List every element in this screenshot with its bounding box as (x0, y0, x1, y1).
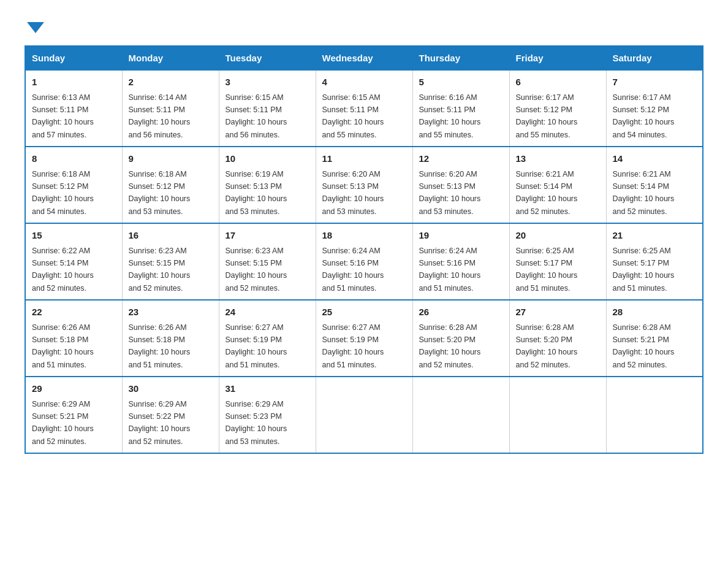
day-number: 8 (32, 152, 116, 166)
day-number: 4 (322, 75, 406, 90)
day-number: 16 (129, 229, 213, 243)
day-info: Sunrise: 6:28 AMSunset: 5:21 PMDaylight:… (613, 323, 675, 369)
calendar-cell (606, 377, 703, 453)
calendar-cell: 17Sunrise: 6:23 AMSunset: 5:15 PMDayligh… (219, 223, 316, 300)
day-info: Sunrise: 6:28 AMSunset: 5:20 PMDaylight:… (419, 323, 481, 369)
calendar-cell: 16Sunrise: 6:23 AMSunset: 5:15 PMDayligh… (122, 223, 219, 300)
calendar-week-row: 29Sunrise: 6:29 AMSunset: 5:21 PMDayligh… (25, 377, 703, 453)
logo-arrow-icon (27, 22, 44, 33)
day-info: Sunrise: 6:22 AMSunset: 5:14 PMDaylight:… (32, 247, 94, 293)
calendar-cell: 3Sunrise: 6:15 AMSunset: 5:11 PMDaylight… (219, 70, 316, 147)
header-monday: Monday (122, 46, 219, 70)
calendar-cell: 9Sunrise: 6:18 AMSunset: 5:12 PMDaylight… (122, 147, 219, 223)
calendar-cell (509, 377, 606, 453)
calendar-cell: 28Sunrise: 6:28 AMSunset: 5:21 PMDayligh… (606, 300, 703, 377)
day-number: 31 (226, 382, 309, 396)
day-number: 1 (32, 75, 116, 90)
calendar-cell: 24Sunrise: 6:27 AMSunset: 5:19 PMDayligh… (219, 300, 316, 377)
day-number: 22 (32, 305, 116, 320)
header-friday: Friday (509, 46, 606, 70)
header-sunday: Sunday (25, 46, 122, 70)
day-number: 12 (419, 152, 503, 166)
day-info: Sunrise: 6:25 AMSunset: 5:17 PMDaylight:… (613, 247, 675, 293)
day-info: Sunrise: 6:29 AMSunset: 5:23 PMDaylight:… (226, 400, 287, 446)
day-number: 13 (516, 152, 600, 166)
calendar-cell (412, 377, 509, 453)
calendar-cell: 8Sunrise: 6:18 AMSunset: 5:12 PMDaylight… (25, 147, 122, 223)
day-number: 20 (516, 229, 600, 243)
day-number: 27 (516, 305, 600, 320)
day-info: Sunrise: 6:24 AMSunset: 5:16 PMDaylight:… (322, 247, 384, 293)
calendar-cell: 19Sunrise: 6:24 AMSunset: 5:16 PMDayligh… (412, 223, 509, 300)
logo (25, 18, 44, 33)
day-number: 29 (32, 382, 116, 396)
day-info: Sunrise: 6:23 AMSunset: 5:15 PMDaylight:… (226, 247, 287, 293)
calendar-cell: 10Sunrise: 6:19 AMSunset: 5:13 PMDayligh… (219, 147, 316, 223)
day-number: 11 (322, 152, 406, 166)
day-info: Sunrise: 6:16 AMSunset: 5:11 PMDaylight:… (419, 93, 481, 139)
calendar-cell: 22Sunrise: 6:26 AMSunset: 5:18 PMDayligh… (25, 300, 122, 377)
calendar-cell: 11Sunrise: 6:20 AMSunset: 5:13 PMDayligh… (316, 147, 412, 223)
day-info: Sunrise: 6:17 AMSunset: 5:12 PMDaylight:… (613, 93, 675, 139)
calendar-cell: 14Sunrise: 6:21 AMSunset: 5:14 PMDayligh… (606, 147, 703, 223)
day-info: Sunrise: 6:17 AMSunset: 5:12 PMDaylight:… (516, 93, 578, 139)
day-info: Sunrise: 6:28 AMSunset: 5:20 PMDaylight:… (516, 323, 578, 369)
header-wednesday: Wednesday (316, 46, 412, 70)
day-info: Sunrise: 6:20 AMSunset: 5:13 PMDaylight:… (322, 170, 384, 216)
day-number: 24 (226, 305, 309, 320)
calendar-cell: 29Sunrise: 6:29 AMSunset: 5:21 PMDayligh… (25, 377, 122, 453)
calendar-cell: 23Sunrise: 6:26 AMSunset: 5:18 PMDayligh… (122, 300, 219, 377)
day-number: 21 (613, 229, 697, 243)
day-number: 30 (129, 382, 213, 396)
day-info: Sunrise: 6:21 AMSunset: 5:14 PMDaylight:… (613, 170, 675, 216)
day-info: Sunrise: 6:21 AMSunset: 5:14 PMDaylight:… (516, 170, 578, 216)
header-saturday: Saturday (606, 46, 703, 70)
day-info: Sunrise: 6:18 AMSunset: 5:12 PMDaylight:… (32, 170, 94, 216)
day-number: 2 (129, 75, 213, 90)
calendar-cell: 25Sunrise: 6:27 AMSunset: 5:19 PMDayligh… (316, 300, 412, 377)
day-number: 23 (129, 305, 213, 320)
calendar-cell: 27Sunrise: 6:28 AMSunset: 5:20 PMDayligh… (509, 300, 606, 377)
day-number: 19 (419, 229, 503, 243)
page-header (25, 18, 703, 33)
header-tuesday: Tuesday (219, 46, 316, 70)
day-number: 15 (32, 229, 116, 243)
day-info: Sunrise: 6:26 AMSunset: 5:18 PMDaylight:… (129, 323, 191, 369)
day-number: 6 (516, 75, 600, 90)
calendar-cell: 6Sunrise: 6:17 AMSunset: 5:12 PMDaylight… (509, 70, 606, 147)
calendar-cell: 31Sunrise: 6:29 AMSunset: 5:23 PMDayligh… (219, 377, 316, 453)
calendar-cell: 12Sunrise: 6:20 AMSunset: 5:13 PMDayligh… (412, 147, 509, 223)
day-info: Sunrise: 6:20 AMSunset: 5:13 PMDaylight:… (419, 170, 481, 216)
calendar-cell: 21Sunrise: 6:25 AMSunset: 5:17 PMDayligh… (606, 223, 703, 300)
calendar-cell: 18Sunrise: 6:24 AMSunset: 5:16 PMDayligh… (316, 223, 412, 300)
calendar-cell: 4Sunrise: 6:15 AMSunset: 5:11 PMDaylight… (316, 70, 412, 147)
calendar-cell: 5Sunrise: 6:16 AMSunset: 5:11 PMDaylight… (412, 70, 509, 147)
day-info: Sunrise: 6:26 AMSunset: 5:18 PMDaylight:… (32, 323, 94, 369)
calendar-cell: 13Sunrise: 6:21 AMSunset: 5:14 PMDayligh… (509, 147, 606, 223)
day-number: 5 (419, 75, 503, 90)
calendar-cell: 30Sunrise: 6:29 AMSunset: 5:22 PMDayligh… (122, 377, 219, 453)
calendar-cell: 1Sunrise: 6:13 AMSunset: 5:11 PMDaylight… (25, 70, 122, 147)
day-number: 14 (613, 152, 697, 166)
calendar-table: SundayMondayTuesdayWednesdayThursdayFrid… (25, 45, 703, 454)
calendar-week-row: 22Sunrise: 6:26 AMSunset: 5:18 PMDayligh… (25, 300, 703, 377)
day-info: Sunrise: 6:15 AMSunset: 5:11 PMDaylight:… (322, 93, 384, 139)
day-number: 25 (322, 305, 406, 320)
day-info: Sunrise: 6:15 AMSunset: 5:11 PMDaylight:… (226, 93, 287, 139)
day-info: Sunrise: 6:14 AMSunset: 5:11 PMDaylight:… (129, 93, 191, 139)
day-number: 17 (226, 229, 309, 243)
day-number: 7 (613, 75, 697, 90)
day-info: Sunrise: 6:23 AMSunset: 5:15 PMDaylight:… (129, 247, 191, 293)
day-info: Sunrise: 6:25 AMSunset: 5:17 PMDaylight:… (516, 247, 578, 293)
day-info: Sunrise: 6:24 AMSunset: 5:16 PMDaylight:… (419, 247, 481, 293)
day-number: 10 (226, 152, 309, 166)
calendar-week-row: 15Sunrise: 6:22 AMSunset: 5:14 PMDayligh… (25, 223, 703, 300)
calendar-cell (316, 377, 412, 453)
calendar-cell: 15Sunrise: 6:22 AMSunset: 5:14 PMDayligh… (25, 223, 122, 300)
header-thursday: Thursday (412, 46, 509, 70)
calendar-week-row: 8Sunrise: 6:18 AMSunset: 5:12 PMDaylight… (25, 147, 703, 223)
day-number: 9 (129, 152, 213, 166)
calendar-week-row: 1Sunrise: 6:13 AMSunset: 5:11 PMDaylight… (25, 70, 703, 147)
day-info: Sunrise: 6:29 AMSunset: 5:21 PMDaylight:… (32, 400, 94, 446)
day-info: Sunrise: 6:27 AMSunset: 5:19 PMDaylight:… (322, 323, 384, 369)
